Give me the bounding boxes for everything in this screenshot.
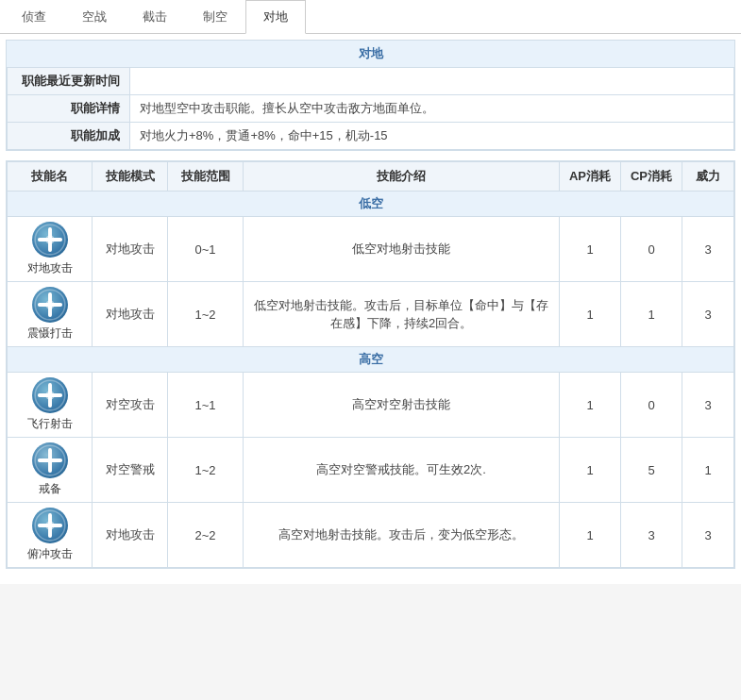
info-row: 职能详情 对地型空中攻击职能。擅长从空中攻击敌方地面单位。 <box>8 95 734 123</box>
table-row: 飞行射击 对空攻击 1~1 高空对空射击技能 1 0 3 <box>8 373 734 438</box>
nav-tab-截击[interactable]: 截击 <box>125 0 185 34</box>
table-row: 戒备 对空警戒 1~2 高空对空警戒技能。可生效2次. 1 5 1 <box>8 438 734 503</box>
skill-icon <box>32 508 68 543</box>
skill-power: 3 <box>682 373 734 438</box>
table-row: 俯冲攻击 对地攻击 2~2 高空对地射击技能。攻击后，变为低空形态。 1 3 3 <box>8 503 734 568</box>
skills-table: 技能名 技能模式 技能范围 技能介绍 AP消耗 CP消耗 威力 低空 对 <box>7 161 734 568</box>
info-table: 职能最近更新时间 职能详情 对地型空中攻击职能。擅长从空中攻击敌方地面单位。 职… <box>7 67 734 150</box>
skill-power: 3 <box>682 217 734 282</box>
info-label: 职能详情 <box>8 95 130 123</box>
svg-point-3 <box>45 235 55 244</box>
skill-cp: 0 <box>621 373 682 438</box>
skill-label: 震慑打击 <box>27 325 73 342</box>
info-row: 职能加成 对地火力+8%，贯通+8%，命中+15，机动-15 <box>8 123 734 150</box>
main-content: 对地 职能最近更新时间 职能详情 对地型空中攻击职能。擅长从空中攻击敌方地面单位… <box>0 34 741 584</box>
skill-desc: 低空对地射击技能。攻击后，目标单位【命中】与【存在感】下降，持续2回合。 <box>244 282 560 347</box>
skill-section-title: 对地 <box>7 41 734 67</box>
table-row: 对地攻击 对地攻击 0~1 低空对地射击技能 1 0 3 <box>8 217 734 282</box>
skill-label: 对地攻击 <box>27 260 73 276</box>
skill-info-section: 对地 职能最近更新时间 职能详情 对地型空中攻击职能。擅长从空中攻击敌方地面单位… <box>6 40 735 151</box>
skill-range: 2~2 <box>168 503 244 568</box>
info-value: 对地型空中攻击职能。擅长从空中攻击敌方地面单位。 <box>130 95 734 123</box>
skill-power: 3 <box>682 503 734 568</box>
nav-tab-空战[interactable]: 空战 <box>64 0 125 34</box>
skill-name-cell: 震慑打击 <box>8 282 93 347</box>
skill-desc: 高空对地射击技能。攻击后，变为低空形态。 <box>244 503 560 568</box>
skill-ap: 1 <box>560 503 621 568</box>
skill-desc: 高空对空射击技能 <box>244 373 560 438</box>
info-value: 对地火力+8%，贯通+8%，命中+15，机动-15 <box>130 123 734 150</box>
info-row: 职能最近更新时间 <box>8 68 734 95</box>
skill-name-cell: 飞行射击 <box>8 373 93 438</box>
skill-ap: 1 <box>560 438 621 503</box>
nav-tab-制空[interactable]: 制空 <box>185 0 245 34</box>
svg-point-7 <box>45 300 55 309</box>
skill-cp: 5 <box>621 438 682 503</box>
skill-cp: 1 <box>621 282 682 347</box>
skill-range: 1~2 <box>168 282 244 347</box>
info-value <box>130 68 734 95</box>
skill-desc: 低空对地射击技能 <box>244 217 560 282</box>
skill-range: 1~1 <box>168 373 244 438</box>
table-row: 震慑打击 对地攻击 1~2 低空对地射击技能。攻击后，目标单位【命中】与【存在感… <box>8 282 734 347</box>
skill-ap: 1 <box>560 282 621 347</box>
col-header-ap: AP消耗 <box>560 162 621 192</box>
skill-label: 俯冲攻击 <box>27 546 73 562</box>
skill-mode: 对空攻击 <box>93 373 168 438</box>
skill-ap: 1 <box>560 217 621 282</box>
skill-desc: 高空对空警戒技能。可生效2次. <box>244 438 560 503</box>
skill-power: 1 <box>682 438 734 503</box>
info-label: 职能加成 <box>8 123 130 150</box>
col-header-cp: CP消耗 <box>621 162 682 192</box>
nav-tabs: 侦查空战截击制空对地 <box>0 0 741 34</box>
skill-label: 飞行射击 <box>27 416 73 432</box>
svg-point-18 <box>45 521 55 530</box>
skill-mode: 对地攻击 <box>93 503 168 568</box>
skill-ap: 1 <box>560 373 621 438</box>
skill-mode: 对空警戒 <box>93 438 168 503</box>
svg-point-11 <box>45 391 55 400</box>
altitude-header: 低空 <box>8 192 734 217</box>
skill-range: 1~2 <box>168 438 244 503</box>
skill-power: 3 <box>682 282 734 347</box>
altitude-header: 高空 <box>8 347 734 373</box>
skill-label: 戒备 <box>39 481 61 497</box>
skill-cp: 3 <box>621 503 682 568</box>
skill-mode: 对地攻击 <box>93 282 168 347</box>
skill-icon <box>32 287 68 323</box>
skill-icon <box>32 442 68 478</box>
col-header-range: 技能范围 <box>168 162 244 192</box>
skill-name-cell: 对地攻击 <box>8 217 93 282</box>
nav-tab-对地[interactable]: 对地 <box>245 0 306 34</box>
col-header-desc: 技能介绍 <box>244 162 560 192</box>
skill-name-cell: 俯冲攻击 <box>8 503 93 568</box>
col-header-mode: 技能模式 <box>93 162 168 192</box>
col-header-name: 技能名 <box>8 162 93 192</box>
skill-cp: 0 <box>621 217 682 282</box>
nav-tab-侦查[interactable]: 侦查 <box>4 0 64 34</box>
skill-name-cell: 戒备 <box>8 438 93 503</box>
skill-mode: 对地攻击 <box>93 217 168 282</box>
skill-icon <box>32 377 68 413</box>
skill-icon <box>32 222 68 258</box>
col-header-power: 威力 <box>682 162 734 192</box>
skills-section: 技能名 技能模式 技能范围 技能介绍 AP消耗 CP消耗 威力 低空 对 <box>6 160 735 569</box>
info-label: 职能最近更新时间 <box>8 68 130 95</box>
skill-range: 0~1 <box>168 217 244 282</box>
